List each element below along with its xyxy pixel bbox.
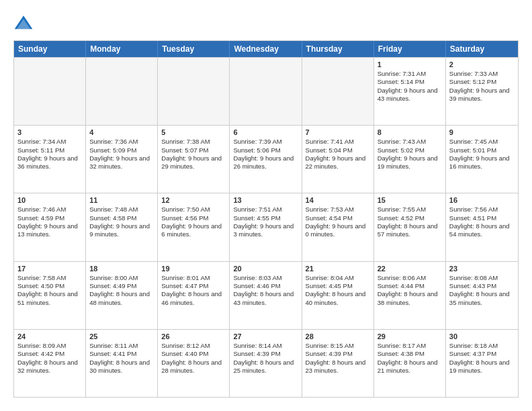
cell-info: Sunset: 4:49 PM [89, 282, 154, 290]
cell-info: Sunset: 4:58 PM [89, 214, 154, 222]
cell-info: Sunrise: 7:53 AM [306, 205, 370, 214]
cell-info: Sunset: 4:52 PM [378, 214, 442, 222]
day-number: 27 [233, 332, 298, 340]
cell-info: Sunrise: 8:14 AM [233, 342, 298, 350]
cell-info: Sunrise: 7:31 AM [378, 70, 442, 78]
cell-info: Daylight: 8 hours and 46 minutes. [161, 290, 226, 307]
day-cell-15: 15Sunrise: 7:55 AMSunset: 4:52 PMDayligh… [374, 193, 446, 261]
calendar-row-0: 1Sunrise: 7:31 AMSunset: 5:14 PMDaylight… [14, 57, 518, 125]
day-number: 20 [233, 265, 298, 273]
cell-info: Sunrise: 7:39 AM [233, 138, 298, 146]
day-number: 28 [306, 332, 370, 340]
empty-cell [86, 58, 158, 125]
empty-cell [14, 58, 86, 125]
cell-info: Daylight: 9 hours and 13 minutes. [17, 222, 82, 239]
day-number: 17 [17, 265, 82, 273]
cell-info: Daylight: 9 hours and 6 minutes. [161, 222, 226, 239]
day-cell-29: 29Sunrise: 8:17 AMSunset: 4:38 PMDayligh… [374, 330, 446, 397]
day-cell-12: 12Sunrise: 7:50 AMSunset: 4:56 PMDayligh… [158, 193, 230, 261]
cell-info: Sunset: 5:07 PM [161, 146, 226, 154]
cell-info: Daylight: 9 hours and 36 minutes. [17, 154, 82, 171]
day-number: 2 [449, 60, 515, 68]
day-cell-27: 27Sunrise: 8:14 AMSunset: 4:39 PMDayligh… [230, 330, 302, 397]
cell-info: Sunset: 5:06 PM [233, 146, 298, 154]
cell-info: Daylight: 9 hours and 19 minutes. [378, 154, 442, 171]
day-cell-11: 11Sunrise: 7:48 AMSunset: 4:58 PMDayligh… [86, 193, 158, 261]
cell-info: Sunset: 4:41 PM [89, 350, 154, 358]
day-cell-17: 17Sunrise: 7:58 AMSunset: 4:50 PMDayligh… [14, 262, 86, 329]
day-number: 26 [161, 332, 226, 340]
cell-info: Sunrise: 8:06 AM [378, 274, 442, 282]
header-day-friday: Friday [374, 41, 446, 57]
day-number: 13 [233, 196, 298, 204]
cell-info: Sunrise: 8:09 AM [17, 342, 82, 350]
day-cell-26: 26Sunrise: 8:12 AMSunset: 4:40 PMDayligh… [158, 330, 230, 397]
cell-info: Daylight: 9 hours and 26 minutes. [233, 154, 298, 171]
cell-info: Sunrise: 7:36 AM [89, 138, 154, 146]
cell-info: Sunset: 4:54 PM [306, 214, 370, 222]
cell-info: Daylight: 9 hours and 22 minutes. [306, 154, 370, 171]
cell-info: Sunrise: 7:55 AM [378, 205, 442, 214]
cell-info: Daylight: 8 hours and 30 minutes. [89, 359, 154, 375]
cell-info: Daylight: 8 hours and 28 minutes. [161, 359, 226, 375]
cell-info: Sunrise: 8:15 AM [306, 342, 370, 350]
cell-info: Sunset: 4:39 PM [306, 350, 370, 358]
cell-info: Sunrise: 7:48 AM [89, 205, 154, 214]
day-cell-22: 22Sunrise: 8:06 AMSunset: 4:44 PMDayligh… [374, 262, 446, 329]
calendar-body: 1Sunrise: 7:31 AMSunset: 5:14 PMDaylight… [14, 57, 518, 397]
cell-info: Sunset: 4:56 PM [161, 214, 226, 222]
day-cell-2: 2Sunrise: 7:33 AMSunset: 5:12 PMDaylight… [446, 58, 518, 125]
header-day-sunday: Sunday [14, 41, 86, 57]
cell-info: Sunrise: 8:01 AM [161, 274, 226, 282]
cell-info: Sunset: 4:51 PM [449, 214, 515, 222]
cell-info: Daylight: 8 hours and 40 minutes. [306, 290, 370, 307]
calendar-row-3: 17Sunrise: 7:58 AMSunset: 4:50 PMDayligh… [14, 261, 518, 329]
cell-info: Sunset: 5:12 PM [449, 78, 515, 86]
cell-info: Sunset: 5:04 PM [306, 146, 370, 154]
header-day-wednesday: Wednesday [230, 41, 302, 57]
cell-info: Sunrise: 7:34 AM [17, 138, 82, 146]
cell-info: Sunset: 4:37 PM [449, 350, 515, 358]
cell-info: Sunset: 4:55 PM [233, 214, 298, 222]
cell-info: Sunrise: 7:50 AM [161, 205, 226, 214]
cell-info: Sunset: 4:44 PM [378, 282, 442, 290]
cell-info: Sunrise: 7:38 AM [161, 138, 226, 146]
cell-info: Daylight: 9 hours and 0 minutes. [306, 222, 370, 239]
cell-info: Sunrise: 7:41 AM [306, 138, 370, 146]
day-number: 6 [233, 128, 298, 136]
day-number: 15 [378, 196, 442, 204]
cell-info: Sunrise: 8:04 AM [306, 274, 370, 282]
cell-info: Sunrise: 7:33 AM [449, 70, 515, 78]
cell-info: Daylight: 9 hours and 29 minutes. [161, 154, 226, 171]
day-cell-14: 14Sunrise: 7:53 AMSunset: 4:54 PMDayligh… [302, 193, 374, 261]
day-cell-16: 16Sunrise: 7:56 AMSunset: 4:51 PMDayligh… [446, 193, 518, 261]
cell-info: Daylight: 8 hours and 32 minutes. [17, 359, 82, 375]
header-day-monday: Monday [86, 41, 158, 57]
day-number: 14 [306, 196, 370, 204]
cell-info: Daylight: 8 hours and 21 minutes. [378, 359, 442, 375]
cell-info: Sunset: 5:01 PM [449, 146, 515, 154]
cell-info: Sunset: 4:45 PM [306, 282, 370, 290]
cell-info: Sunrise: 7:43 AM [378, 138, 442, 146]
cell-info: Sunrise: 7:46 AM [17, 205, 82, 214]
cell-info: Daylight: 8 hours and 35 minutes. [449, 290, 515, 307]
calendar-row-2: 10Sunrise: 7:46 AMSunset: 4:59 PMDayligh… [14, 193, 518, 261]
day-number: 22 [378, 265, 442, 273]
day-number: 19 [161, 265, 226, 273]
calendar-row-1: 3Sunrise: 7:34 AMSunset: 5:11 PMDaylight… [14, 125, 518, 193]
header-day-saturday: Saturday [446, 41, 518, 57]
cell-info: Daylight: 8 hours and 43 minutes. [233, 290, 298, 307]
day-cell-8: 8Sunrise: 7:43 AMSunset: 5:02 PMDaylight… [374, 126, 446, 193]
day-number: 30 [449, 332, 515, 340]
calendar-row-4: 24Sunrise: 8:09 AMSunset: 4:42 PMDayligh… [14, 329, 518, 397]
cell-info: Daylight: 9 hours and 43 minutes. [378, 87, 442, 103]
cell-info: Daylight: 9 hours and 32 minutes. [89, 154, 154, 171]
calendar: SundayMondayTuesdayWednesdayThursdayFrid… [13, 40, 519, 398]
cell-info: Sunrise: 8:17 AM [378, 342, 442, 350]
day-number: 29 [378, 332, 442, 340]
day-number: 8 [378, 128, 442, 136]
cell-info: Daylight: 8 hours and 57 minutes. [378, 222, 442, 239]
day-cell-13: 13Sunrise: 7:51 AMSunset: 4:55 PMDayligh… [230, 193, 302, 261]
cell-info: Daylight: 8 hours and 51 minutes. [17, 290, 82, 307]
day-cell-10: 10Sunrise: 7:46 AMSunset: 4:59 PMDayligh… [14, 193, 86, 261]
